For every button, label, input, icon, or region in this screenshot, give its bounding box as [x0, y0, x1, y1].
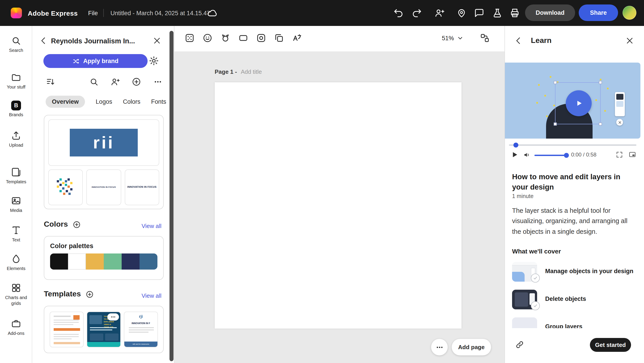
translate-icon[interactable] — [292, 33, 302, 43]
brands-icon: B — [11, 101, 21, 110]
cloud-sync-icon[interactable] — [206, 7, 217, 18]
dice-icon[interactable] — [184, 33, 195, 43]
sidebar-item-upload[interactable]: Upload — [0, 130, 32, 148]
panel-back-button[interactable] — [38, 36, 48, 46]
adobe-express-logo-icon[interactable] — [11, 7, 22, 18]
sidebar-item-label: Search — [9, 48, 23, 53]
brand-share-members-button[interactable] — [110, 77, 120, 87]
colors-view-all-link[interactable]: View all — [142, 223, 162, 229]
lesson-video[interactable] — [505, 63, 640, 139]
palette-swatch[interactable] — [104, 254, 122, 270]
mini-layer-panel — [615, 92, 625, 116]
canvas-more-button[interactable] — [431, 339, 448, 356]
sidebar-item-media[interactable]: Media — [0, 195, 32, 213]
brand-more-button[interactable] — [153, 77, 163, 88]
palette-swatch[interactable] — [50, 254, 68, 270]
beta-flask-button[interactable] — [492, 7, 503, 18]
sidebar-item-search[interactable]: Search — [0, 35, 32, 53]
primary-logo-tile[interactable]: rii — [48, 119, 159, 166]
duplicate-icon[interactable] — [274, 33, 284, 43]
add-template-button[interactable] — [86, 290, 94, 298]
page-title-placeholder[interactable]: Add title — [241, 68, 262, 75]
shape-rectangle-icon[interactable] — [238, 33, 249, 43]
undo-button[interactable] — [393, 7, 404, 18]
palette-swatch[interactable] — [122, 254, 140, 270]
template-thumb-sub: with and for newsrooms — [124, 342, 158, 347]
chevron-down-icon[interactable] — [456, 34, 464, 42]
panel-scrollbar[interactable] — [170, 31, 174, 361]
templates-heading: Templates — [44, 290, 81, 299]
sidebar-item-your-stuff[interactable]: Your stuff — [0, 72, 32, 90]
lesson-title: How to move and edit layers in your desi… — [512, 172, 637, 193]
palette-swatch[interactable] — [140, 254, 158, 270]
design-page[interactable] — [215, 82, 462, 329]
palette-swatch[interactable] — [68, 254, 86, 270]
link-icon — [515, 340, 524, 350]
tab-overview[interactable]: Overview — [46, 96, 85, 108]
more-ellipsis-icon — [153, 77, 163, 87]
chevron-left-icon — [38, 36, 48, 46]
sidebar-item-brands[interactable]: B Brands — [0, 101, 32, 118]
get-started-button[interactable]: Get started — [590, 338, 631, 352]
video-progress-bar[interactable] — [509, 144, 636, 146]
cover-item-delete-objects[interactable]: Delete objects — [505, 290, 644, 313]
video-play-button[interactable] — [510, 150, 519, 161]
location-pin-button[interactable] — [456, 7, 467, 18]
invite-people-button[interactable] — [434, 7, 444, 18]
add-color-button[interactable] — [72, 220, 81, 229]
copy-link-button[interactable] — [515, 340, 524, 350]
layers-icon[interactable] — [480, 33, 490, 43]
apply-brand-button[interactable]: Apply brand — [44, 54, 148, 68]
tab-fonts[interactable]: Fonts — [151, 98, 166, 105]
comment-button[interactable] — [474, 7, 484, 18]
tab-colors[interactable]: Colors — [123, 98, 140, 105]
brand-settings-button[interactable] — [148, 55, 159, 66]
sidebar-item-templates[interactable]: Templates — [0, 167, 32, 185]
file-menu[interactable]: File — [88, 10, 98, 16]
tab-logos[interactable]: Logos — [96, 98, 112, 105]
zoom-level[interactable]: 51% — [442, 35, 454, 41]
animal-icon[interactable] — [220, 33, 231, 43]
volume-slider-handle[interactable] — [564, 153, 569, 158]
template-more-button[interactable] — [107, 313, 119, 321]
template-thumb-3[interactable]: rji INNOVATION IN F with and for newsroo… — [124, 312, 158, 347]
learn-close-button[interactable] — [625, 36, 634, 46]
cover-item-manage-objects[interactable]: Manage objects in your design — [505, 262, 644, 285]
progress-handle[interactable] — [514, 143, 518, 148]
template-thumb-1[interactable] — [50, 312, 84, 347]
template-thumb-2[interactable]: TOOLS TESTED TO BUILD AN EXPLAINER VIDEO… — [87, 312, 121, 347]
sidebar-item-elements[interactable]: Elements — [0, 254, 32, 272]
print-button[interactable] — [510, 7, 520, 18]
brand-search-button[interactable] — [89, 77, 99, 87]
logo-thumb-wordmark-2[interactable]: INNOVATION IN FOCUS — [124, 169, 159, 205]
download-button[interactable]: Download — [525, 4, 575, 21]
plus-circle-icon — [132, 77, 141, 87]
selection-handle — [599, 81, 602, 84]
user-avatar[interactable] — [622, 6, 636, 20]
video-play-overlay-button[interactable] — [566, 90, 592, 116]
video-mute-button[interactable] — [523, 151, 531, 159]
canvas-toolbar: 51% — [174, 26, 504, 51]
frame-icon[interactable] — [256, 33, 266, 43]
color-palettes-card[interactable]: Color palettes — [44, 236, 164, 280]
learn-back-button[interactable] — [514, 36, 523, 46]
add-page-button[interactable]: Add page — [452, 339, 491, 356]
sort-button[interactable] — [46, 77, 56, 87]
logo-thumbnails: INNOVATION IN FOCUS INNOVATION IN FOCUS — [48, 169, 159, 205]
volume-slider[interactable] — [534, 155, 567, 156]
share-button[interactable]: Share — [579, 4, 618, 21]
fullscreen-button[interactable] — [616, 151, 624, 159]
sticker-smiley-icon[interactable] — [202, 33, 213, 43]
logo-thumb-wordmark-1[interactable]: INNOVATION IN FOCUS — [86, 169, 121, 205]
redo-button[interactable] — [412, 7, 422, 18]
brand-add-button[interactable] — [132, 77, 141, 87]
panel-close-button[interactable] — [152, 36, 162, 46]
logo-thumb-pixel-grid[interactable] — [48, 169, 83, 205]
palette-swatch[interactable] — [86, 254, 104, 270]
pip-button[interactable] — [628, 151, 636, 159]
sidebar-item-charts-grids[interactable]: Charts and grids — [0, 283, 32, 306]
templates-view-all-link[interactable]: View all — [142, 292, 162, 299]
sidebar-item-text[interactable]: Text — [0, 225, 32, 243]
document-title[interactable]: Untitled - March 04, 2025 at 14.15.47 — [110, 10, 210, 16]
sidebar-item-add-ons[interactable]: Add-ons — [0, 318, 32, 337]
